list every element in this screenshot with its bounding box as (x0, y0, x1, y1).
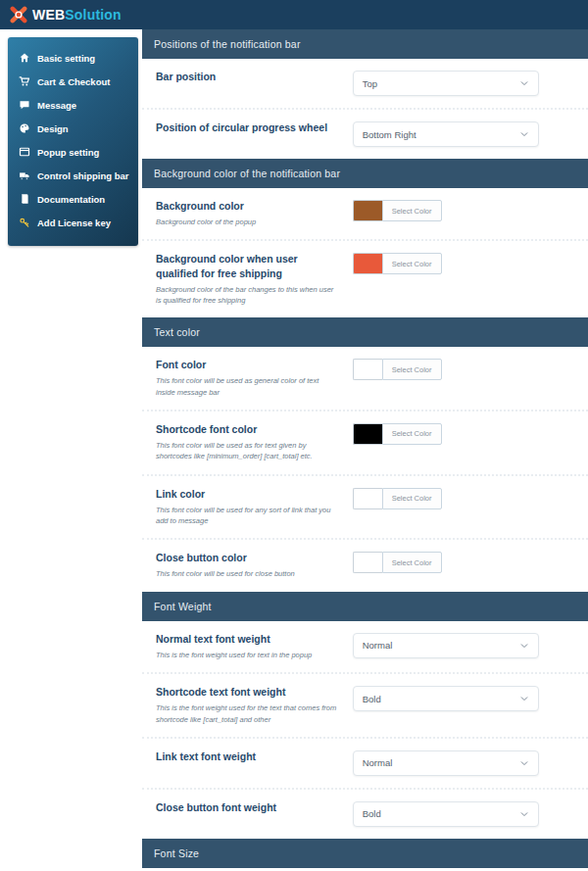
setting-label: Shortcode font color (156, 422, 337, 436)
color-swatch[interactable] (353, 253, 382, 274)
select-value: Normal (363, 757, 393, 768)
setting-description: This is the font weight used for text in… (156, 650, 337, 660)
sidebar-item-label: Control shipping bar (37, 170, 128, 181)
setting-control: Select Color (353, 487, 574, 527)
brand-name: WEBSolution (32, 7, 122, 23)
section-header-font-weight: Font Weight (142, 592, 588, 621)
shortcode-font-color-picker: Select Color (353, 423, 442, 445)
setting-label-block: Normal text font weightThis is the font … (156, 632, 353, 660)
setting-row-link-color: Link colorThis font color will be used f… (142, 474, 588, 539)
select-color-button[interactable]: Select Color (382, 423, 442, 445)
sidebar-item-label: Add License key (37, 218, 111, 228)
chevron-down-icon (519, 758, 529, 768)
setting-label: Font color (156, 358, 337, 371)
setting-row-background-color-when-user-qualified-for-free-shipping: Background color when user qualified for… (142, 239, 588, 317)
select-color-button[interactable]: Select Color (382, 200, 442, 221)
setting-label-block: Background color when user qualified for… (156, 252, 353, 306)
popup-icon (19, 146, 30, 158)
close-button-font-weight-select[interactable]: Bold (353, 801, 539, 827)
setting-row-bar-position: Bar positionTop (142, 59, 588, 108)
select-color-button[interactable]: Select Color (382, 253, 442, 274)
color-swatch[interactable] (353, 423, 382, 445)
sidebar-item-label: Popup setting (37, 147, 99, 158)
select-color-button[interactable]: Select Color (382, 552, 442, 573)
chevron-down-icon (519, 809, 529, 819)
setting-label-block: Shortcode text font weightThis is the fo… (156, 685, 353, 725)
select-value: Bold (363, 808, 381, 819)
shipping-icon (19, 169, 30, 181)
setting-label-block: Close button font weight (156, 800, 353, 827)
sidebar-item-documentation[interactable]: Documentation (8, 187, 138, 211)
normal-text-font-weight-select[interactable]: Normal (353, 633, 539, 658)
sidebar-item-label: Design (37, 123, 69, 134)
message-icon (19, 99, 30, 111)
setting-control: Select Color (353, 252, 574, 306)
select-color-button[interactable]: Select Color (382, 488, 442, 509)
setting-control: Select Color (353, 199, 574, 227)
color-swatch[interactable] (353, 200, 382, 221)
color-swatch[interactable] (353, 552, 382, 573)
setting-label-block: Close button colorThis font color will b… (156, 551, 353, 579)
setting-label: Close button font weight (156, 800, 337, 814)
setting-control: Top (353, 70, 574, 96)
sidebar-item-control-shipping-bar[interactable]: Control shipping bar (8, 164, 138, 187)
setting-label: Shortcode text font weight (156, 685, 337, 699)
section-header-text-color: Text color (142, 317, 588, 347)
setting-control: Normal (353, 632, 574, 660)
sidebar-item-message[interactable]: Message (8, 93, 138, 117)
color-swatch[interactable] (353, 359, 382, 380)
chevron-down-icon (519, 78, 529, 88)
setting-label: Normal text font weight (156, 632, 337, 646)
app-header: WEBSolution (0, 0, 588, 29)
sidebar-item-label: Cart & Checkout (37, 76, 110, 87)
setting-label: Link text font weight (156, 750, 337, 763)
select-color-button[interactable]: Select Color (382, 359, 442, 380)
sidebar-item-basic-setting[interactable]: Basic setting (8, 46, 138, 70)
sidebar-item-label: Message (37, 100, 76, 111)
setting-description: Background color of the popup (156, 217, 337, 227)
app-logo: WEBSolution (10, 6, 122, 24)
setting-label-block: Link text font weight (156, 750, 353, 776)
setting-description: Background color of the bar changes to t… (156, 284, 337, 307)
background-color-when-user-qualified-for-free-shipping-picker: Select Color (353, 253, 442, 274)
home-icon (19, 52, 30, 64)
chevron-down-icon (519, 694, 529, 703)
position-of-circular-progress-wheel-select[interactable]: Bottom Right (353, 121, 539, 147)
setting-row-shortcode-text-font-weight: Shortcode text font weightThis is the fo… (142, 672, 588, 737)
color-swatch[interactable] (353, 488, 382, 509)
background-color-picker: Select Color (353, 200, 442, 221)
setting-label-block: Background colorBackground color of the … (156, 199, 353, 227)
setting-description: This font color will be used for close b… (156, 568, 337, 579)
brand-x-icon (10, 6, 27, 24)
setting-control: Select Color (353, 422, 574, 462)
sidebar-item-add-license-key[interactable]: Add License key (8, 211, 138, 234)
settings-panel: Positions of the notification barBar pos… (142, 29, 588, 871)
setting-label-block: Bar position (156, 70, 353, 96)
sidebar-item-cart-and-checkout[interactable]: Cart & Checkout (8, 70, 138, 93)
setting-control: Bottom Right (353, 121, 574, 147)
setting-description: This font color will be used as general … (156, 375, 337, 398)
sidebar-item-design[interactable]: Design (8, 117, 138, 140)
setting-description: This font color will be used for any sor… (156, 505, 337, 527)
select-value: Normal (363, 640, 393, 651)
shortcode-text-font-weight-select[interactable]: Bold (353, 686, 539, 711)
select-value: Bottom Right (363, 129, 416, 140)
select-value: Bold (363, 694, 381, 704)
bar-position-select[interactable]: Top (353, 71, 539, 96)
setting-row-close-button-color: Close button colorThis font color will b… (142, 538, 588, 591)
section-header-font-size: Font Size (142, 839, 588, 868)
link-text-font-weight-select[interactable]: Normal (353, 750, 539, 776)
link-color-picker: Select Color (353, 488, 442, 509)
setting-control: Select Color (353, 358, 574, 398)
sidebar-item-label: Documentation (37, 194, 105, 205)
sidebar-item-popup-setting[interactable]: Popup setting (8, 140, 138, 164)
font-color-picker: Select Color (353, 359, 442, 380)
setting-row-shortcode-font-color: Shortcode font colorThis font color will… (142, 410, 588, 474)
setting-row-link-text-font-weight: Link text font weightNormal (142, 737, 588, 788)
setting-label-block: Position of circular progress wheel (156, 121, 353, 147)
setting-label: Link color (156, 487, 337, 501)
cart-icon (19, 75, 30, 87)
key-icon (19, 217, 30, 228)
setting-control: Bold (353, 685, 574, 725)
setting-row-normal-text-font-weight: Normal text font weightThis is the font … (142, 621, 588, 672)
